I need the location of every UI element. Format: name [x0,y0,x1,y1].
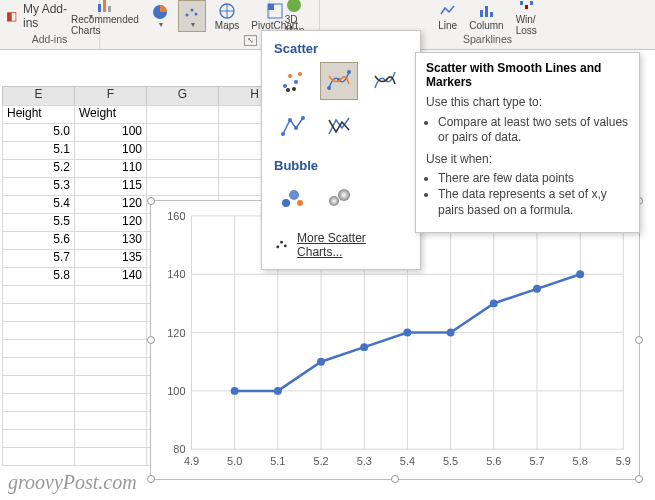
svg-text:5.5: 5.5 [443,455,458,467]
sparkline-column-button[interactable]: Column [466,2,506,31]
resize-handle[interactable] [635,336,643,344]
svg-text:120: 120 [167,327,185,339]
cell[interactable] [146,123,219,142]
cell[interactable] [146,159,219,178]
column-header-G[interactable]: G [146,86,219,106]
scatter-points-option[interactable] [274,62,312,100]
resize-handle[interactable] [147,475,155,483]
scatter-dropdown-button[interactable]: ▾ [178,0,206,32]
cell[interactable] [2,393,75,412]
cell-weight[interactable]: 100 [74,123,147,142]
resize-handle[interactable] [147,197,155,205]
scatter-smooth-option[interactable] [366,62,404,100]
resize-handle[interactable] [391,475,399,483]
cell-weight[interactable]: 130 [74,231,147,250]
scatter-straight-option[interactable] [320,108,358,146]
svg-point-76 [490,299,498,307]
pie-dropdown-button[interactable]: ▾ [148,3,172,30]
table-header-weight[interactable]: Weight [74,105,147,124]
cell[interactable] [74,339,147,358]
cell[interactable] [2,285,75,304]
column-header-row: E F G H [3,86,291,106]
table-row: 5.0100 [3,124,291,142]
bar-chart-icon [96,0,114,14]
charts-dialog-launcher[interactable]: ⤡ [244,35,257,46]
cell[interactable] [2,303,75,322]
svg-text:5.2: 5.2 [313,455,328,467]
cell[interactable] [74,429,147,448]
cell-weight[interactable]: 135 [74,249,147,268]
cell[interactable] [2,339,75,358]
bubble-3d-option[interactable] [320,179,358,217]
cell[interactable] [146,105,219,124]
tooltip-item: There are few data points [438,171,629,187]
cell-weight[interactable]: 140 [74,267,147,286]
cell-height[interactable]: 5.3 [2,177,75,196]
svg-rect-1 [103,0,106,12]
cell[interactable] [146,177,219,196]
cell-height[interactable]: 5.6 [2,231,75,250]
cell-height[interactable]: 5.5 [2,213,75,232]
cell[interactable] [74,393,147,412]
svg-rect-11 [480,10,483,17]
cell[interactable] [74,447,147,466]
cell[interactable] [2,375,75,394]
svg-point-32 [297,200,303,206]
cell-height[interactable]: 5.1 [2,141,75,160]
sparkline-winloss-button[interactable]: Win/ Loss [513,0,540,36]
table-row: 5.3115 [3,178,291,196]
svg-text:5.6: 5.6 [486,455,501,467]
cell[interactable] [74,303,147,322]
cell[interactable] [74,321,147,340]
svg-text:5.4: 5.4 [400,455,415,467]
svg-point-34 [338,189,350,201]
svg-text:80: 80 [173,443,185,455]
column-header-E[interactable]: E [2,86,75,106]
bubble-option[interactable] [274,179,312,217]
cell[interactable] [2,411,75,430]
sparkline-column-icon [477,2,495,20]
cell[interactable] [2,357,75,376]
svg-point-73 [360,343,368,351]
sparkline-line-button[interactable]: Line [435,2,460,31]
cell-height[interactable]: 5.7 [2,249,75,268]
svg-point-72 [317,358,325,366]
maps-button[interactable]: Maps [212,2,242,31]
cell[interactable] [74,357,147,376]
scatter-straight-markers-option[interactable] [274,108,312,146]
svg-rect-14 [520,1,523,5]
table-header-height[interactable]: Height [2,105,75,124]
tooltip-item: Compare at least two sets of values or p… [438,115,629,146]
cell[interactable] [2,429,75,448]
table-row: 5.2110 [3,160,291,178]
cell-weight[interactable]: 115 [74,177,147,196]
resize-handle[interactable] [147,336,155,344]
cell[interactable] [2,321,75,340]
svg-point-31 [289,190,299,200]
cell[interactable] [74,285,147,304]
cell-weight[interactable]: 100 [74,141,147,160]
resize-handle[interactable] [635,475,643,483]
cell-height[interactable]: 5.0 [2,123,75,142]
scatter-smooth-markers-option[interactable] [320,62,358,100]
svg-text:5.0: 5.0 [227,455,242,467]
cell[interactable] [146,141,219,160]
tooltip-item: The data represents a set of x,y pairs b… [438,187,629,218]
svg-point-28 [294,126,298,130]
cell-height[interactable]: 5.2 [2,159,75,178]
cell[interactable] [2,447,75,466]
cell-weight[interactable]: 110 [74,159,147,178]
cell-height[interactable]: 5.4 [2,195,75,214]
recommended-charts-button[interactable]: Recommended Charts [68,0,142,36]
more-scatter-charts-button[interactable]: More Scatter Charts... [262,225,420,265]
svg-text:140: 140 [167,268,185,280]
svg-point-71 [274,387,282,395]
cell-weight[interactable]: 120 [74,213,147,232]
column-header-F[interactable]: F [74,86,147,106]
cell[interactable] [74,411,147,430]
cell[interactable] [74,375,147,394]
cell-weight[interactable]: 120 [74,195,147,214]
svg-point-78 [576,270,584,278]
svg-rect-0 [98,4,101,12]
cell-height[interactable]: 5.8 [2,267,75,286]
